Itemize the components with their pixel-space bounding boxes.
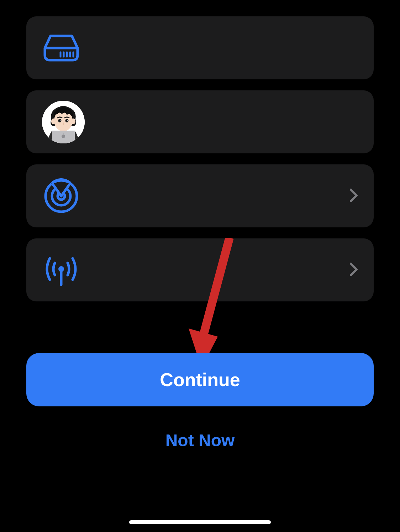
buttons-area: Continue Not Now — [26, 353, 374, 450]
svg-point-11 — [65, 119, 69, 122]
avatar — [42, 101, 85, 143]
radar-icon — [43, 178, 79, 214]
chevron-right-icon — [349, 262, 358, 278]
svg-point-10 — [58, 119, 62, 122]
chevron-right-icon — [349, 188, 358, 204]
card-account[interactable] — [26, 90, 374, 153]
card-broadcast[interactable] — [26, 238, 374, 301]
home-indicator[interactable] — [129, 520, 271, 524]
svg-point-8 — [51, 118, 56, 124]
not-now-button[interactable]: Not Now — [165, 431, 235, 450]
svg-point-16 — [62, 135, 65, 138]
svg-point-12 — [60, 120, 60, 120]
card-find-my[interactable] — [26, 164, 374, 227]
continue-button[interactable]: Continue — [26, 353, 374, 406]
card-storage[interactable] — [26, 16, 374, 79]
svg-point-13 — [67, 120, 68, 120]
card-list — [0, 0, 400, 301]
svg-point-9 — [71, 118, 75, 124]
storage-drive-icon — [43, 30, 79, 66]
broadcast-icon — [43, 252, 79, 288]
